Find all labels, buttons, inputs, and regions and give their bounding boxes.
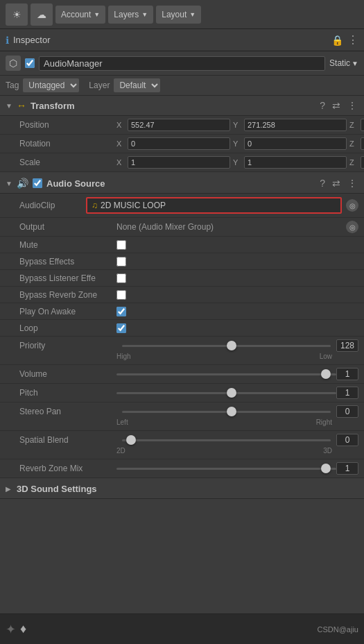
- transform-properties: Position X Y Z Rotation X Y Z: [0, 116, 364, 172]
- priority-slider-track[interactable]: [122, 345, 331, 347]
- audio-source-section-header[interactable]: ▼ 🔊 Audio Source ? ⇄ ⋮: [0, 173, 364, 194]
- rotation-x-input[interactable]: [128, 137, 230, 150]
- bypass-effects-checkbox[interactable]: [116, 257, 126, 266]
- mute-row: Mute: [0, 237, 364, 253]
- rotation-xyz: X Y Z: [116, 137, 364, 150]
- audio-source-settings-btn[interactable]: ⇄: [331, 178, 342, 189]
- menu-button[interactable]: ⋮: [347, 33, 358, 46]
- priority-row: Priority High Low: [0, 337, 364, 365]
- bypass-reverb-checkbox[interactable]: [116, 290, 126, 300]
- bottom-bar: ✦ ♦ CSDN@ajiu: [0, 613, 364, 644]
- audioclip-select-btn[interactable]: ◎: [346, 199, 358, 212]
- audio-source-menu-btn[interactable]: ⋮: [346, 178, 358, 189]
- spatial-blend-row: Spatial Blend 2D 3D: [0, 431, 364, 459]
- scale-row: Scale X Y Z: [0, 153, 364, 172]
- bypass-listener-checkbox[interactable]: [116, 273, 126, 283]
- pitch-value-input[interactable]: [336, 387, 358, 399]
- cloud-icon-btn[interactable]: ☁: [31, 3, 53, 26]
- inspector-content: ⬡ Static ▼ Tag Untagged Layer Default ▼ …: [0, 51, 364, 613]
- inspector-actions: 🔒 ⋮: [331, 33, 358, 46]
- spatial-slider-track[interactable]: [122, 439, 331, 441]
- gameobject-row: ⬡ Static ▼: [0, 51, 364, 76]
- account-dropdown[interactable]: Account ▼: [55, 6, 105, 24]
- gameobject-name-input[interactable]: [39, 56, 325, 71]
- spatial-slider-thumb[interactable]: [126, 435, 136, 445]
- rotation-row: Rotation X Y Z: [0, 135, 364, 153]
- toolbar: ☀ ☁ Account ▼ Layers ▼ Layout ▼: [0, 0, 364, 29]
- priority-slider-thumb[interactable]: [227, 341, 236, 350]
- transform-menu-btn[interactable]: ⋮: [346, 100, 358, 111]
- volume-row: Volume: [0, 365, 364, 384]
- sound3d-title: 3D Sound Settings: [17, 484, 358, 494]
- audio-source-help-btn[interactable]: ?: [318, 178, 327, 189]
- inspector-header: ℹ Inspector 🔒 ⋮: [0, 29, 364, 51]
- transform-arrow-icon: ▼: [6, 102, 12, 110]
- priority-value-input[interactable]: [336, 339, 358, 352]
- transform-section-header[interactable]: ▼ ↔ Transform ? ⇄ ⋮: [0, 96, 364, 116]
- spatial-value-input[interactable]: [336, 434, 358, 446]
- volume-slider-thumb[interactable]: [321, 369, 331, 379]
- audioclip-row: AudioClip ♫ 2D MUSIC LOOP ◎: [0, 194, 364, 218]
- audioclip-field[interactable]: ♫ 2D MUSIC LOOP: [86, 197, 342, 214]
- loop-checkbox[interactable]: [116, 323, 126, 333]
- rotation-z-input[interactable]: [361, 137, 364, 150]
- position-x-input[interactable]: [128, 119, 230, 131]
- bottom-padding: [0, 499, 364, 527]
- audioclip-value: 2D MUSIC LOOP: [101, 201, 166, 210]
- layout-dropdown[interactable]: Layout ▼: [156, 6, 201, 24]
- sound3d-section-header[interactable]: ▶ 3D Sound Settings: [0, 480, 364, 499]
- output-select-btn[interactable]: ◎: [346, 221, 358, 233]
- position-y-input[interactable]: [244, 119, 347, 131]
- stereo-pan-row: Stereo Pan Left Right: [0, 402, 364, 431]
- position-xyz: X Y Z: [116, 119, 364, 131]
- bypass-listener-row: Bypass Listener Effe: [0, 270, 364, 287]
- transform-help-btn[interactable]: ?: [318, 100, 327, 111]
- volume-value-input[interactable]: [336, 368, 358, 380]
- transform-title: Transform: [31, 101, 314, 111]
- inspector-title: Inspector: [13, 35, 50, 45]
- audio-source-enabled-toggle[interactable]: [33, 178, 42, 188]
- volume-slider-track[interactable]: [116, 373, 336, 375]
- reverb-mix-row: Reverb Zone Mix: [0, 459, 364, 478]
- bottom-icon2: ♦: [20, 622, 26, 636]
- output-row: Output None (Audio Mixer Group) ◎: [0, 218, 364, 237]
- stereo-slider-track[interactable]: [122, 411, 331, 413]
- play-on-awake-row: Play On Awake: [0, 303, 364, 320]
- static-toggle[interactable]: Static ▼: [329, 58, 358, 68]
- reverb-slider-thumb[interactable]: [321, 464, 331, 473]
- scale-z-input[interactable]: [361, 156, 364, 169]
- pitch-row: Pitch: [0, 384, 364, 402]
- output-value: None (Audio Mixer Group) ◎: [116, 221, 358, 233]
- audio-source-arrow-icon: ▼: [6, 180, 12, 187]
- lock-button[interactable]: 🔒: [331, 35, 343, 46]
- layer-select[interactable]: Default: [114, 78, 160, 92]
- bottom-icon1: ✦: [6, 622, 16, 637]
- sun-icon-btn[interactable]: ☀: [6, 3, 28, 26]
- bypass-reverb-row: Bypass Reverb Zone: [0, 287, 364, 303]
- audio-source-title: Audio Source: [46, 178, 314, 189]
- play-on-awake-checkbox[interactable]: [116, 307, 126, 316]
- scale-y-input[interactable]: [244, 156, 347, 169]
- mute-checkbox[interactable]: [116, 240, 126, 250]
- stereo-slider-thumb[interactable]: [227, 407, 236, 416]
- stereo-value-input[interactable]: [336, 405, 358, 418]
- gameobject-active-toggle[interactable]: [25, 58, 35, 68]
- layers-dropdown[interactable]: Layers ▼: [108, 6, 153, 24]
- pitch-slider-thumb[interactable]: [227, 388, 236, 398]
- transform-settings-btn[interactable]: ⇄: [331, 100, 342, 111]
- sound3d-arrow-icon: ▶: [6, 485, 12, 493]
- audio-source-properties: AudioClip ♫ 2D MUSIC LOOP ◎ Output None …: [0, 194, 364, 478]
- reverb-value-input[interactable]: [336, 462, 358, 475]
- position-z-input[interactable]: [361, 119, 364, 131]
- scale-x-input[interactable]: [128, 156, 230, 169]
- bypass-effects-row: Bypass Effects: [0, 253, 364, 270]
- pitch-slider-track[interactable]: [116, 392, 336, 394]
- scale-xyz: X Y Z: [116, 156, 364, 169]
- audio-source-actions: ? ⇄ ⋮: [318, 178, 358, 189]
- reverb-slider-track[interactable]: [116, 468, 336, 470]
- loop-row: Loop: [0, 320, 364, 337]
- tag-select[interactable]: Untagged: [23, 78, 79, 92]
- gameobject-icon: ⬡: [6, 56, 21, 71]
- transform-actions: ? ⇄ ⋮: [318, 100, 358, 111]
- rotation-y-input[interactable]: [244, 137, 347, 150]
